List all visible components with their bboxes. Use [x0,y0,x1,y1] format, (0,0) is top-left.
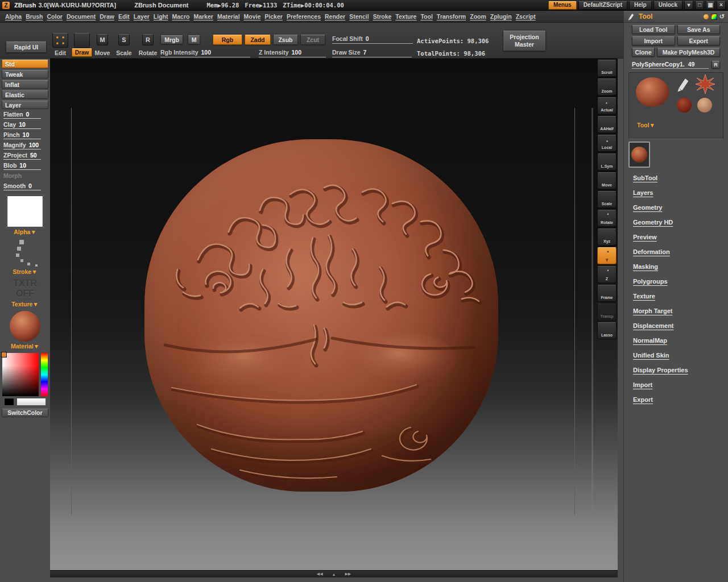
tool-section-display-properties[interactable]: Display Properties [633,367,728,381]
switch-color-button[interactable]: SwitchColor [2,409,48,417]
focal-shift-slider[interactable]: Focal Shift0 [332,35,413,44]
m-button[interactable]: M [188,35,200,44]
tool-inventory-dropdown[interactable]: Tool▼ [637,122,655,128]
tray-xyz-button[interactable]: Xyz [597,228,617,246]
reset-icon[interactable]: ↺ [719,13,725,20]
menu-zplugin[interactable]: Zplugin [490,13,512,20]
pen-tool-thumbnail[interactable] [676,76,692,92]
brush-elastic-button[interactable]: Elastic [2,90,48,99]
restore-config-button[interactable]: R [712,61,720,69]
tool-section-unified-skin[interactable]: Unified Skin [633,352,728,367]
menu-brush[interactable]: Brush [26,13,43,20]
brush-pinch-slider[interactable]: Pinch10 [2,131,48,140]
current-tool-thumbnail[interactable] [636,77,669,107]
unlock-button[interactable]: Unlock [653,1,682,10]
rgb-intensity-slider[interactable]: Rgb Intensity100 [160,49,251,57]
menu-layer[interactable]: Layer [134,13,150,20]
material-dropdown[interactable]: Material▼ [2,343,48,350]
color-swatch-icon[interactable] [711,14,717,20]
zcut-button[interactable]: Zcut [300,35,325,45]
tool-section-import[interactable]: Import [633,381,728,396]
draw-tool-icon[interactable] [74,33,90,48]
tray-aahalf-button[interactable]: AAHalf [597,116,617,133]
scroll-left-icon[interactable]: ◀◀ [317,572,323,576]
tray-move-button[interactable]: Move [597,172,617,189]
alpha-dropdown[interactable]: Alpha▼ [2,228,48,235]
tray-zoom-button[interactable]: Zoom [597,78,617,95]
menus-button[interactable]: Menus [548,1,577,10]
clone-button[interactable]: Clone [632,48,655,57]
star-tool-thumbnail[interactable] [695,74,715,94]
document-canvas[interactable]: Scroll Zoom Actual AAHalf Local L.Sym Mo… [50,59,618,570]
tray-frame-button[interactable]: Frame [597,285,617,302]
z-intensity-slider[interactable]: Z Intensity100 [259,49,327,57]
tool-section-morph-target[interactable]: Morph Target [633,307,728,322]
tool-section-layers[interactable]: Layers [633,189,728,204]
tray-z-button[interactable]: Z [597,266,617,283]
focal-shift-track[interactable] [332,43,413,44]
tray-transp-button[interactable]: Transp [597,304,617,321]
draw-button[interactable]: Draw [72,48,92,57]
brush-tweak-button[interactable]: Tweak [2,70,48,78]
tray-local-button[interactable]: Local [597,135,617,152]
menu-marker[interactable]: Marker [193,13,213,20]
save-as-button[interactable]: Save As [677,25,721,34]
menu-draw[interactable]: Draw [100,13,114,20]
brush-zproject-slider[interactable]: ZProject50 [2,152,48,160]
zsub-button[interactable]: Zsub [273,35,298,45]
brush-flatten-slider[interactable]: Flatten0 [2,111,48,119]
tool-section-preview[interactable]: Preview [633,234,728,248]
tool-section-texture[interactable]: Texture [633,293,728,307]
menu-document[interactable]: Document [67,13,96,20]
texture-thumbnail[interactable]: TXTR OFF [2,278,48,300]
tray-scroll-button[interactable]: Scroll [597,60,617,77]
menu-movie[interactable]: Movie [244,13,261,20]
hue-strip[interactable] [41,353,48,396]
brush-smooth-slider[interactable]: Smooth0 [2,182,48,191]
brush-inflat-button[interactable]: Inflat [2,80,48,89]
sphere3d-tool-thumbnail[interactable] [677,98,692,113]
brush-magnify-slider[interactable]: Magnify100 [2,142,48,150]
scroll-up-icon[interactable]: ▲ [332,572,336,576]
material-thumbnail[interactable] [10,311,40,342]
menu-edit[interactable]: Edit [118,13,130,20]
tray-actual-button[interactable]: Actual [597,97,617,114]
tray-rotate-button[interactable]: Rotate [597,210,617,227]
primary-color-swatch[interactable] [16,398,46,406]
z-intensity-track[interactable] [259,57,326,57]
menu-preferences[interactable]: Preferences [287,13,321,20]
saturation-square[interactable] [2,353,39,396]
stroke-thumbnail[interactable] [7,239,43,267]
rapid-ui-button[interactable]: Rapid UI [6,41,47,53]
move-tool-icon[interactable]: M [97,34,108,45]
polysphere-model[interactable] [144,139,498,492]
menu-texture[interactable]: Texture [395,13,416,20]
tool-section-subtool[interactable]: SubTool [633,174,728,189]
menu-macro[interactable]: Macro [172,13,190,20]
tray-lasso-button[interactable]: Lasso [597,322,617,339]
canvas-scrollbar-horizontal[interactable]: ◀◀ ▲ ▶▶ [50,570,618,577]
sphere-icon[interactable] [704,14,709,19]
brush-clay-slider[interactable]: Clay10 [2,121,48,130]
minimize-icon[interactable]: ▾ [684,1,693,10]
menu-light[interactable]: Light [154,13,168,20]
menu-render[interactable]: Render [325,13,345,20]
stroke-dropdown[interactable]: Stroke▼ [2,268,48,275]
window-icon[interactable]: □ [695,1,704,10]
default-zscript-button[interactable]: DefaultZScript [578,1,627,10]
menu-alpha[interactable]: Alpha [5,13,22,20]
tray-y-button[interactable]: Y [597,247,617,264]
tool-section-deformation[interactable]: Deformation [633,248,728,263]
rgb-intensity-track[interactable] [160,57,250,57]
help-button[interactable]: Help [629,1,652,10]
color-picker[interactable] [2,353,48,396]
menu-transform[interactable]: Transform [437,13,466,20]
rotate-tool-icon[interactable]: R [142,34,154,45]
menu-color[interactable]: Color [47,13,63,20]
scroll-right-icon[interactable]: ▶▶ [345,572,351,576]
tool-section-geometry-hd[interactable]: Geometry HD [633,219,728,234]
load-tool-button[interactable]: Load Tool [632,25,675,34]
tool-section-polygroups[interactable]: Polygroups [633,278,728,293]
secondary-color-swatch[interactable] [4,398,14,406]
tool-section-export[interactable]: Export [633,396,728,411]
